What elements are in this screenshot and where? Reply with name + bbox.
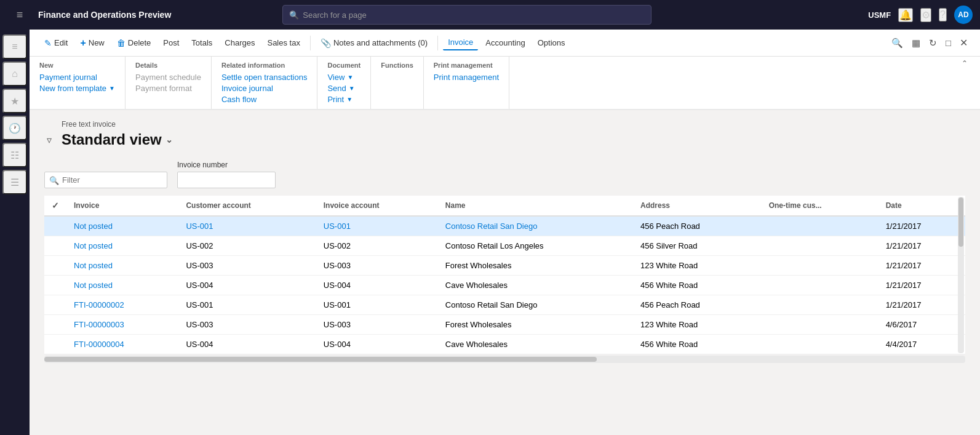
table-row[interactable]: Not postedUS-001US-001Contoso Retail San… <box>44 216 965 236</box>
delete-button[interactable]: 🗑 Delete <box>112 36 156 50</box>
menu-section-functions-title: Functions <box>381 62 413 69</box>
search-bar[interactable]: 🔍 <box>282 5 651 25</box>
table-row[interactable]: FTI-00000003US-003US-003Forest Wholesale… <box>44 315 965 335</box>
cell-invoice[interactable]: FTI-00000004 <box>66 335 178 354</box>
print-chevron: ▼ <box>346 96 353 103</box>
top-bar: ≡ Finance and Operations Preview 🔍 USMF … <box>0 0 980 30</box>
sidebar-list-icon[interactable]: ☰ <box>2 170 27 194</box>
menu-items-print-management: Print management <box>434 73 499 82</box>
settings-icon[interactable]: ⚙ <box>920 8 931 22</box>
new-plus-icon: + <box>80 38 86 49</box>
cell-invoice[interactable]: Not posted <box>66 276 178 295</box>
view-title: Standard view ⌄ <box>62 131 173 148</box>
menu-settle-open[interactable]: Settle open transactions <box>221 73 307 82</box>
sidebar-workspace-icon[interactable]: ☷ <box>2 143 27 167</box>
help-icon[interactable]: ? <box>939 8 947 22</box>
new-button[interactable]: + New <box>75 35 109 51</box>
table-row[interactable]: Not postedUS-003US-003Forest Wholesales1… <box>44 256 965 276</box>
refresh-icon[interactable]: ↻ <box>926 34 939 51</box>
table-row[interactable]: FTI-00000004US-004US-004Cave Wholesales4… <box>44 335 965 354</box>
panel-left-icon[interactable]: ▦ <box>909 34 923 51</box>
menu-section-document-title: Document <box>327 62 361 69</box>
cell-invoice[interactable]: Not posted <box>66 256 178 276</box>
hamburger-menu-icon[interactable]: ≡ <box>7 2 32 27</box>
menu-section-print-management: Print management Print management <box>434 57 509 109</box>
row-check[interactable] <box>44 315 66 335</box>
table-row[interactable]: Not postedUS-002US-002Contoso Retail Los… <box>44 236 965 256</box>
menu-cash-flow[interactable]: Cash flow <box>221 95 307 104</box>
menu-section-related-title: Related information <box>221 62 307 69</box>
cell-invoiceAccount[interactable]: US-001 <box>316 216 438 236</box>
avatar[interactable]: AD <box>954 6 973 24</box>
search-input[interactable] <box>303 10 645 20</box>
options-button[interactable]: Options <box>533 36 570 50</box>
top-bar-right: USMF 🔔 ⚙ ? AD <box>868 6 973 24</box>
table-row[interactable]: FTI-00000002US-001US-001Contoso Retail S… <box>44 295 965 315</box>
sidebar-favorites-icon[interactable]: ★ <box>2 89 27 113</box>
app-title: Finance and Operations Preview <box>38 10 171 20</box>
row-check[interactable] <box>44 236 66 256</box>
invoice-number-input[interactable] <box>177 172 276 188</box>
cell-invoice[interactable]: Not posted <box>66 236 178 256</box>
accounting-button[interactable]: Accounting <box>480 36 530 50</box>
menu-section-details: Details Payment schedule Payment format <box>135 57 212 109</box>
sales-tax-button[interactable]: Sales tax <box>262 36 305 50</box>
notifications-icon[interactable]: 🔔 <box>898 8 913 22</box>
cell-invoiceAccount: US-004 <box>316 276 438 295</box>
cell-name[interactable]: Contoso Retail San Diego <box>438 216 633 236</box>
sidebar: ≡ ⌂ ★ 🕐 ☷ ☰ <box>0 30 30 435</box>
open-new-icon[interactable]: □ <box>943 34 954 51</box>
menu-items-details: Payment schedule Payment format <box>135 73 201 93</box>
row-check[interactable] <box>44 276 66 295</box>
table-row[interactable]: Not postedUS-004US-004Cave Wholesales456… <box>44 276 965 295</box>
cell-invoiceAccount: US-003 <box>316 315 438 335</box>
menu-view[interactable]: View ▼ <box>327 73 361 82</box>
row-check[interactable] <box>44 335 66 354</box>
view-title-chevron[interactable]: ⌄ <box>165 135 173 145</box>
cell-customerAccount[interactable]: US-001 <box>178 216 316 236</box>
cell-oneTimeCus <box>762 335 878 354</box>
menu-items-new: Payment journal New from template ▼ <box>39 73 115 93</box>
invoice-number-field: Invoice number <box>177 161 276 188</box>
menu-print[interactable]: Print ▼ <box>327 95 361 104</box>
totals-button[interactable]: Totals <box>186 36 217 50</box>
filter-input[interactable] <box>44 172 167 188</box>
cell-invoice[interactable]: FTI-00000003 <box>66 315 178 335</box>
cell-date: 1/21/2017 <box>878 216 965 236</box>
cell-date: 4/4/2017 <box>878 335 965 354</box>
menu-section-new: New Payment journal New from template ▼ <box>39 57 125 109</box>
menu-payment-journal[interactable]: Payment journal <box>39 73 115 82</box>
cell-customerAccount: US-001 <box>178 295 316 315</box>
invoice-button[interactable]: Invoice <box>443 35 478 50</box>
menu-send[interactable]: Send ▼ <box>327 84 361 93</box>
close-icon[interactable]: ✕ <box>957 34 970 51</box>
cell-customerAccount: US-002 <box>178 236 316 256</box>
filter-icon-button[interactable]: ▿ <box>44 132 54 148</box>
cell-address: 456 Silver Road <box>633 236 762 256</box>
row-check[interactable] <box>44 256 66 276</box>
sidebar-home-icon[interactable]: ⌂ <box>2 62 27 86</box>
cell-oneTimeCus <box>762 216 878 236</box>
menu-invoice-journal[interactable]: Invoice journal <box>221 84 307 93</box>
row-check[interactable] <box>44 295 66 315</box>
sidebar-hamburger-icon[interactable]: ≡ <box>2 34 27 59</box>
check-all-icon[interactable]: ✓ <box>52 201 59 210</box>
row-check[interactable] <box>44 216 66 236</box>
post-button[interactable]: Post <box>158 36 184 50</box>
charges-button[interactable]: Charges <box>220 36 260 50</box>
cell-date: 1/21/2017 <box>878 236 965 256</box>
content-area: ▿ Free text invoice Standard view ⌄ 🔍 In… <box>30 110 980 435</box>
sidebar-recent-icon[interactable]: 🕐 <box>2 116 27 140</box>
cell-invoice[interactable]: Not posted <box>66 216 178 236</box>
cell-invoice[interactable]: FTI-00000002 <box>66 295 178 315</box>
cell-address: 123 White Road <box>633 256 762 276</box>
cell-name: Contoso Retail San Diego <box>438 295 633 315</box>
edit-button[interactable]: ✎ Edit <box>39 36 73 50</box>
menu-collapse-button[interactable]: ⌃ <box>959 57 970 70</box>
filter-search-icon[interactable]: 🔍 <box>889 34 906 51</box>
menu-new-from-template[interactable]: New from template ▼ <box>39 84 115 93</box>
cell-address: 123 White Road <box>633 315 762 335</box>
notes-attachments-button[interactable]: 📎 Notes and attachments (0) <box>316 36 432 50</box>
menu-items-document: View ▼ Send ▼ Print ▼ <box>327 73 361 104</box>
menu-print-management[interactable]: Print management <box>434 73 499 82</box>
